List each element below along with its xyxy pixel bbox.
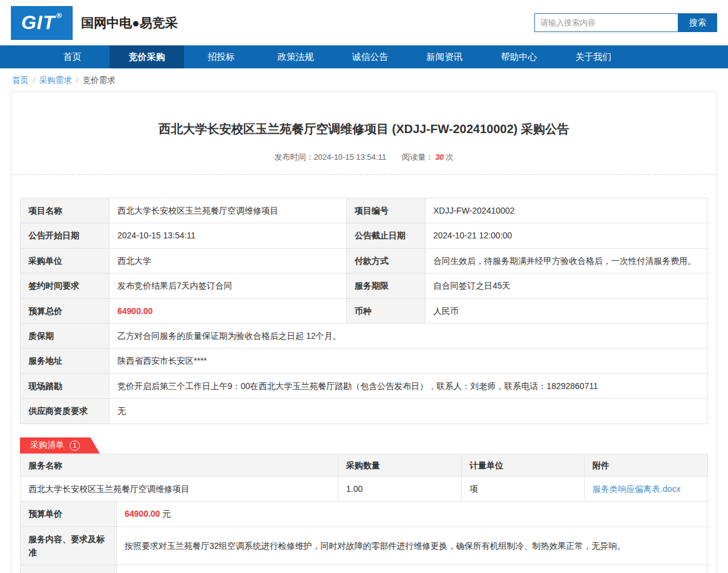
field-value: 按照要求对玉兰苑餐厅32组空调系统进行检修维护，同时对故障的零部件进行维修更换，… bbox=[117, 526, 708, 565]
field-label: 公告开始日期 bbox=[21, 223, 110, 248]
field-label: 项目编号 bbox=[347, 198, 425, 223]
budget-total-amount: 64900.00 bbox=[117, 306, 152, 316]
site-logo[interactable]: GIT® bbox=[11, 6, 73, 40]
nav-item-tender[interactable]: 招投标 bbox=[184, 45, 258, 68]
purchase-list-badge-label: 采购清单 bbox=[30, 440, 64, 451]
field-label: 预算单价 bbox=[21, 502, 117, 526]
field-value: 无 bbox=[110, 399, 708, 424]
field-label: 付款方式 bbox=[347, 248, 425, 273]
publish-time-value: 2024-10-15 13:54:11 bbox=[313, 152, 386, 162]
nav-item-help[interactable]: 帮助中心 bbox=[482, 45, 556, 68]
quantity-cell: 1.00 bbox=[338, 476, 462, 501]
publish-time-label: 发布时间： bbox=[274, 152, 313, 162]
field-value: 竞价开启后第三个工作日上午9：00在西北大学玉兰苑餐厅踏勘（包含公告发布日），联… bbox=[110, 373, 708, 398]
field-label: 服务期限 bbox=[347, 273, 425, 298]
table-row: 服务地址 陕西省西安市长安区**** bbox=[21, 349, 708, 373]
column-header-service-name: 服务名称 bbox=[21, 454, 338, 476]
field-value: 西北大学 bbox=[110, 248, 347, 273]
unit-price-suffix: 元 bbox=[162, 509, 171, 519]
purchase-list-table: 服务名称 采购数量 计量单位 附件 西北大学长安校区玉兰苑餐厅空调维修项目 1.… bbox=[20, 454, 708, 502]
nav-item-policy[interactable]: 政策法规 bbox=[258, 45, 333, 68]
budget-total-value: 64900.00 bbox=[110, 298, 347, 323]
breadcrumb: 首页/采购需求/竞价需求 bbox=[0, 68, 728, 91]
brand-area: GIT® 国网中电●易竞采 bbox=[11, 6, 178, 40]
table-header-row: 服务名称 采购数量 计量单位 附件 bbox=[21, 454, 708, 476]
nav-item-news[interactable]: 新闻资讯 bbox=[407, 45, 482, 68]
field-label: 售后服务 bbox=[21, 565, 117, 573]
purchase-detail-table: 预算单价 64900.00 元 服务内容、要求及标准 按照要求对玉兰苑餐厅32组… bbox=[20, 501, 708, 573]
views-unit: 次 bbox=[446, 152, 454, 162]
field-value: 合同生效后，待服务期满并经甲方验收合格后，一次性付清服务费用。 bbox=[425, 248, 708, 273]
table-row: 供应商资质要求 无 bbox=[21, 399, 708, 424]
table-row: 预算单价 64900.00 元 bbox=[21, 502, 708, 526]
field-value: 2024-10-15 13:54:11 bbox=[110, 223, 347, 248]
breadcrumb-separator: / bbox=[76, 76, 79, 85]
search-bar: 搜索 bbox=[534, 13, 717, 32]
project-info-table: 项目名称 西北大学长安校区玉兰苑餐厅空调维修项目 项目编号 XDJJ-FW-20… bbox=[20, 198, 708, 424]
column-header-attachment: 附件 bbox=[585, 454, 708, 476]
page-title: 西北大学长安校区玉兰苑餐厅空调维修项目 (XDJJ-FW-202410002) … bbox=[32, 120, 696, 137]
announcement-meta: 发布时间：2024-10-15 13:54:11阅读量：30次 bbox=[20, 152, 708, 163]
breadcrumb-current: 竞价需求 bbox=[83, 76, 116, 85]
field-value: 发布竞价结果后7天内签订合同 bbox=[110, 273, 347, 298]
field-value: XDJJ-FW-202410002 bbox=[425, 198, 708, 223]
table-row: 售后服务 质保期：验收合格后12月。响应时效：即时响应（包括电话响应）；电话响应… bbox=[21, 565, 708, 573]
table-row: 服务内容、要求及标准 按照要求对玉兰苑餐厅32组空调系统进行检修维护，同时对故障… bbox=[21, 526, 708, 565]
field-label: 现场踏勘 bbox=[21, 373, 110, 398]
column-header-unit: 计量单位 bbox=[462, 454, 585, 476]
field-label: 签约时间要求 bbox=[21, 273, 110, 298]
field-label: 供应商资质要求 bbox=[21, 399, 110, 424]
breadcrumb-home[interactable]: 首页 bbox=[12, 76, 28, 85]
registered-mark-icon: ® bbox=[56, 11, 62, 20]
field-label: 服务内容、要求及标准 bbox=[21, 526, 117, 565]
logo-text: GIT bbox=[21, 11, 55, 34]
column-header-quantity: 采购数量 bbox=[338, 454, 462, 476]
service-name-cell: 西北大学长安校区玉兰苑餐厅空调维修项目 bbox=[21, 476, 338, 501]
field-label: 公告截止日期 bbox=[347, 223, 425, 248]
nav-item-integrity[interactable]: 诚信公告 bbox=[333, 45, 407, 68]
field-value: 西北大学长安校区玉兰苑餐厅空调维修项目 bbox=[110, 198, 347, 223]
unit-price-cell: 64900.00 元 bbox=[117, 502, 708, 526]
views-label: 阅读量： bbox=[402, 152, 433, 162]
field-label: 项目名称 bbox=[21, 198, 110, 223]
table-row: 采购单位 西北大学 付款方式 合同生效后，待服务期满并经甲方验收合格后，一次性付… bbox=[21, 248, 708, 273]
field-value: 2024-10-21 12:00:00 bbox=[425, 223, 708, 248]
table-row: 项目名称 西北大学长安校区玉兰苑餐厅空调维修项目 项目编号 XDJJ-FW-20… bbox=[21, 198, 708, 223]
nav-item-about[interactable]: 关于我们 bbox=[556, 45, 631, 68]
main-nav: 首页 竞价采购 招投标 政策法规 诚信公告 新闻资讯 帮助中心 关于我们 bbox=[0, 45, 728, 68]
search-button[interactable]: 搜索 bbox=[678, 13, 717, 32]
announcement-card: 西北大学长安校区玉兰苑餐厅空调维修项目 (XDJJ-FW-202410002) … bbox=[11, 91, 717, 573]
breadcrumb-purchase-demand[interactable]: 采购需求 bbox=[39, 76, 72, 85]
table-row: 质保期 乙方对合同服务的质量保证期为验收合格后之日起 12个月。 bbox=[21, 323, 708, 348]
field-label: 币种 bbox=[347, 298, 425, 323]
field-label: 预算总价 bbox=[21, 298, 110, 323]
field-value: 陕西省西安市长安区**** bbox=[110, 349, 708, 373]
unit-price-amount: 64900.00 bbox=[125, 509, 160, 519]
table-row: 预算总价 64900.00 币种 人民币 bbox=[21, 298, 708, 323]
breadcrumb-separator: / bbox=[33, 76, 35, 85]
table-row: 公告开始日期 2024-10-15 13:54:11 公告截止日期 2024-1… bbox=[21, 223, 708, 248]
field-value: 乙方对合同服务的质量保证期为验收合格后之日起 12个月。 bbox=[110, 323, 708, 348]
attachment-cell: 服务类响应偏离表.docx bbox=[585, 476, 708, 501]
divider bbox=[11, 174, 717, 175]
views-count: 30 bbox=[435, 152, 444, 162]
field-label: 质保期 bbox=[21, 323, 110, 348]
purchase-list-count-badge: 1 bbox=[70, 440, 80, 451]
nav-item-bidding-purchase[interactable]: 竞价采购 bbox=[110, 45, 184, 68]
search-input[interactable] bbox=[534, 13, 678, 32]
field-label: 服务地址 bbox=[21, 349, 110, 373]
site-header: GIT® 国网中电●易竞采 搜索 bbox=[0, 0, 728, 45]
table-row: 西北大学长安校区玉兰苑餐厅空调维修项目 1.00 项 服务类响应偏离表.docx bbox=[21, 476, 708, 501]
brand-name: 国网中电●易竞采 bbox=[81, 15, 178, 31]
unit-cell: 项 bbox=[462, 476, 585, 501]
field-value: 自合同签订之日45天 bbox=[425, 273, 708, 298]
field-label: 采购单位 bbox=[21, 248, 110, 273]
field-value: 质保期：验收合格后12月。响应时效：即时响应（包括电话响应）；电话响应无法解决2… bbox=[117, 565, 708, 573]
field-value: 人民币 bbox=[425, 298, 708, 323]
nav-item-home[interactable]: 首页 bbox=[35, 45, 110, 68]
table-row: 现场踏勘 竞价开启后第三个工作日上午9：00在西北大学玉兰苑餐厅踏勘（包含公告发… bbox=[21, 373, 708, 398]
attachment-link[interactable]: 服务类响应偏离表.docx bbox=[592, 484, 680, 494]
purchase-list-badge: 采购清单 1 bbox=[20, 437, 100, 454]
table-row: 签约时间要求 发布竞价结果后7天内签订合同 服务期限 自合同签订之日45天 bbox=[21, 273, 708, 298]
